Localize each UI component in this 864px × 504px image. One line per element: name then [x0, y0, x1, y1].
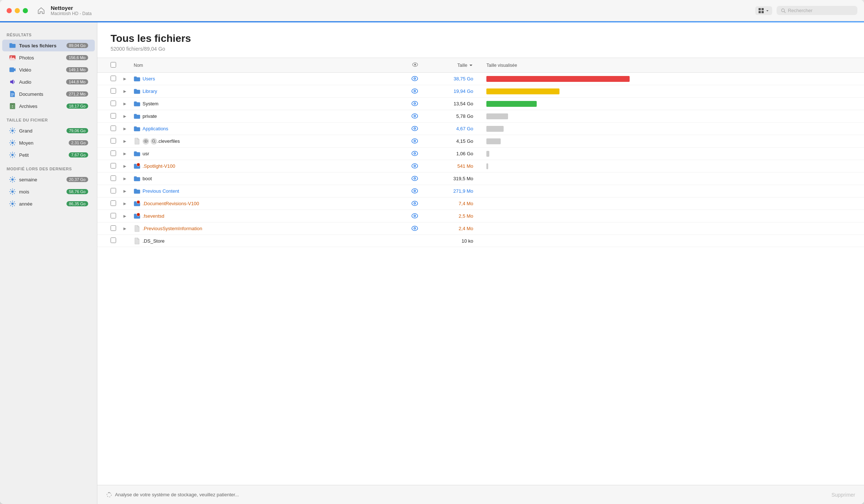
row-checkbox[interactable] — [111, 88, 116, 94]
visibility-icon[interactable] — [411, 175, 418, 182]
row-checkbox[interactable] — [111, 76, 116, 81]
visibility-icon[interactable] — [411, 88, 418, 94]
visibility-icon[interactable] — [411, 200, 418, 207]
visibility-icon[interactable] — [411, 138, 418, 144]
expand-button[interactable]: ▶ — [122, 101, 128, 107]
row-checkbox[interactable] — [111, 213, 116, 218]
sidebar-item-documents[interactable]: Documents 271,2 Mo — [2, 88, 95, 100]
expand-button[interactable]: ▶ — [122, 76, 128, 82]
row-checkbox[interactable] — [111, 126, 116, 131]
visibility-icon[interactable] — [411, 100, 418, 107]
row-vis-cell[interactable] — [408, 173, 422, 185]
sidebar-item-tous[interactable]: Tous les fichiers 89,04 Go — [2, 40, 95, 51]
visibility-icon[interactable] — [411, 75, 418, 82]
col-name-header[interactable]: Nom — [131, 58, 408, 73]
row-check-cell[interactable] — [97, 185, 119, 197]
row-expand-cell[interactable]: ▶ — [119, 98, 131, 110]
row-expand-cell[interactable]: ▶ — [119, 197, 131, 210]
row-vis-cell[interactable] — [408, 135, 422, 148]
row-vis-cell[interactable] — [408, 98, 422, 110]
row-expand-cell[interactable]: ▶ — [119, 110, 131, 123]
visibility-icon[interactable] — [411, 150, 418, 157]
row-vis-cell[interactable] — [408, 185, 422, 197]
select-all-checkbox[interactable] — [111, 62, 116, 68]
row-checkbox[interactable] — [111, 238, 116, 243]
visibility-icon[interactable] — [411, 163, 418, 169]
sidebar-item-petit[interactable]: Petit 7,67 Go — [2, 149, 95, 161]
view-toggle-button[interactable] — [755, 6, 772, 15]
visibility-icon[interactable] — [411, 188, 418, 194]
minimize-button[interactable] — [15, 8, 20, 13]
row-check-cell[interactable] — [97, 98, 119, 110]
row-vis-cell[interactable] — [408, 110, 422, 123]
row-check-cell[interactable] — [97, 197, 119, 210]
sidebar-item-archives[interactable]: Archives 18,17 Go — [2, 100, 95, 112]
row-checkbox[interactable] — [111, 163, 116, 168]
row-checkbox[interactable] — [111, 138, 116, 144]
row-expand-cell[interactable]: ▶ — [119, 160, 131, 173]
row-checkbox[interactable] — [111, 225, 116, 231]
expand-button[interactable]: ▶ — [122, 163, 128, 169]
row-check-cell[interactable] — [97, 210, 119, 222]
row-expand-cell[interactable]: ▶ — [119, 73, 131, 85]
sidebar-item-audio[interactable]: Audio 144,8 Mo — [2, 76, 95, 88]
row-expand-cell[interactable]: ▶ — [119, 148, 131, 160]
row-checkbox[interactable] — [111, 200, 116, 206]
expand-button[interactable]: ▶ — [122, 226, 128, 232]
close-button[interactable] — [7, 8, 12, 13]
row-check-cell[interactable] — [97, 85, 119, 98]
visibility-icon[interactable] — [411, 113, 418, 119]
visibility-icon[interactable] — [411, 125, 418, 132]
row-vis-cell[interactable] — [408, 148, 422, 160]
row-expand-cell[interactable]: ▶ — [119, 85, 131, 98]
row-check-cell[interactable] — [97, 235, 119, 247]
row-check-cell[interactable] — [97, 222, 119, 235]
row-vis-cell[interactable] — [408, 73, 422, 85]
row-check-cell[interactable] — [97, 160, 119, 173]
row-checkbox[interactable] — [111, 113, 116, 119]
expand-button[interactable]: ▶ — [122, 213, 128, 219]
eye-action-icon[interactable] — [143, 138, 149, 145]
row-checkbox[interactable] — [111, 175, 116, 181]
search-input[interactable] — [788, 8, 853, 13]
row-vis-cell[interactable] — [408, 123, 422, 135]
row-vis-cell[interactable] — [408, 210, 422, 222]
expand-button[interactable]: ▶ — [122, 126, 128, 132]
row-check-cell[interactable] — [97, 135, 119, 148]
row-checkbox[interactable] — [111, 101, 116, 106]
sidebar-item-photos[interactable]: Photos 156,6 Mo — [2, 52, 95, 64]
sidebar-item-video[interactable]: Vidéo 149,1 Mo — [2, 64, 95, 76]
sidebar-item-semaine[interactable]: semaine 20,37 Go — [2, 174, 95, 185]
delete-button[interactable]: Supprimer — [831, 492, 855, 498]
sidebar-item-annee[interactable]: année 86,35 Go — [2, 198, 95, 210]
search-bar[interactable] — [777, 6, 857, 15]
visibility-icon[interactable] — [411, 213, 418, 219]
row-vis-cell[interactable] — [408, 222, 422, 235]
row-expand-cell[interactable]: ▶ — [119, 135, 131, 148]
expand-button[interactable]: ▶ — [122, 176, 128, 182]
row-checkbox[interactable] — [111, 151, 116, 156]
row-expand-cell[interactable]: ▶ — [119, 222, 131, 235]
row-vis-cell[interactable] — [408, 85, 422, 98]
row-check-cell[interactable] — [97, 148, 119, 160]
row-check-cell[interactable] — [97, 173, 119, 185]
sidebar-item-grand[interactable]: Grand 79,06 Go — [2, 125, 95, 137]
expand-button[interactable]: ▶ — [122, 138, 128, 144]
file-table-container[interactable]: Nom Taille — [97, 58, 864, 485]
row-vis-cell[interactable] — [408, 160, 422, 173]
row-expand-cell[interactable]: ▶ — [119, 123, 131, 135]
expand-button[interactable]: ▶ — [122, 188, 128, 194]
row-expand-cell[interactable]: ▶ — [119, 210, 131, 222]
visibility-icon[interactable] — [411, 225, 418, 232]
sidebar-item-mois[interactable]: mois 58,76 Go — [2, 186, 95, 197]
row-expand-cell[interactable]: ▶ — [119, 185, 131, 197]
expand-button[interactable]: ▶ — [122, 113, 128, 119]
row-expand-cell[interactable]: ▶ — [119, 173, 131, 185]
row-check-cell[interactable] — [97, 73, 119, 85]
expand-button[interactable]: ▶ — [122, 151, 128, 157]
magnify-action-icon[interactable] — [151, 138, 157, 145]
fullscreen-button[interactable] — [23, 8, 28, 13]
row-checkbox[interactable] — [111, 188, 116, 193]
row-check-cell[interactable] — [97, 123, 119, 135]
row-vis-cell[interactable] — [408, 197, 422, 210]
